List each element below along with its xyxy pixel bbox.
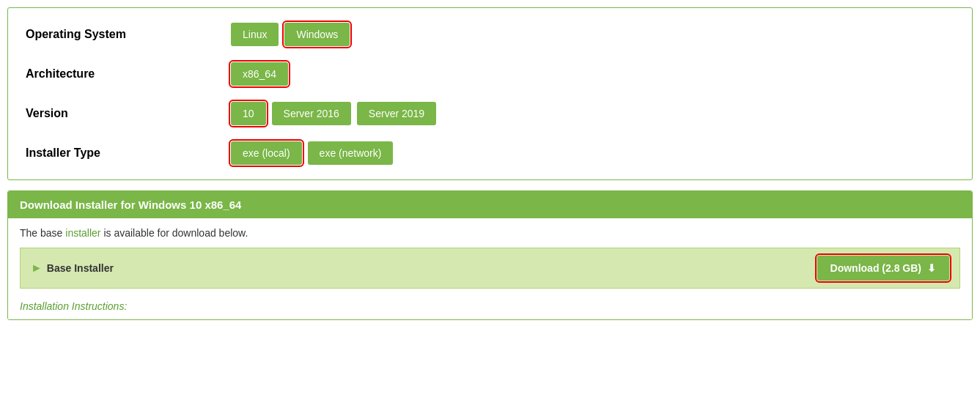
version-10-btn[interactable]: 10 — [231, 102, 266, 125]
os-options: Linux Windows — [231, 23, 350, 46]
instructions-row: Installation Instructions: — [20, 297, 960, 319]
download-section: Download Installer for Windows 10 x86_64… — [7, 190, 973, 320]
installer-link[interactable]: installer — [65, 227, 100, 239]
arch-options: x86_64 — [231, 62, 288, 86]
download-icon: ⬇ — [927, 262, 936, 274]
info-suffix: is available for download below. — [101, 227, 248, 239]
installer-type-row: Installer Type exe (local) exe (network) — [26, 141, 954, 165]
base-installer-row: ► Base Installer Download (2.8 GB) ⬇ — [20, 248, 960, 289]
os-label: Operating System — [26, 28, 231, 41]
version-server2016-btn[interactable]: Server 2016 — [272, 102, 351, 125]
instructions-label: Installation Instructions: — [20, 300, 127, 312]
installer-exe-local-btn[interactable]: exe (local) — [231, 141, 302, 165]
info-prefix: The base — [20, 227, 65, 239]
arch-row: Architecture x86_64 — [26, 62, 954, 86]
version-label: Version — [26, 107, 231, 120]
version-server2019-btn[interactable]: Server 2019 — [357, 102, 436, 125]
download-button[interactable]: Download (2.8 GB) ⬇ — [817, 256, 949, 281]
download-body: The base installer is available for down… — [8, 218, 972, 319]
version-options: 10 Server 2016 Server 2019 — [231, 102, 436, 125]
arch-label: Architecture — [26, 67, 231, 81]
expand-icon[interactable]: ► — [31, 262, 43, 275]
os-windows-btn[interactable]: Windows — [284, 23, 350, 46]
base-installer-label-container: ► Base Installer — [31, 262, 114, 275]
installer-exe-network-btn[interactable]: exe (network) — [308, 141, 394, 165]
version-row: Version 10 Server 2016 Server 2019 — [26, 102, 954, 125]
download-header: Download Installer for Windows 10 x86_64 — [8, 191, 972, 218]
download-btn-label: Download (2.8 GB) — [830, 262, 921, 274]
arch-x86-btn[interactable]: x86_64 — [231, 62, 288, 86]
base-installer-label: Base Installer — [47, 262, 114, 274]
installer-type-label: Installer Type — [26, 147, 231, 160]
config-card: Operating System Linux Windows Architect… — [7, 7, 973, 180]
os-linux-btn[interactable]: Linux — [231, 23, 279, 46]
installer-type-options: exe (local) exe (network) — [231, 141, 393, 165]
os-row: Operating System Linux Windows — [26, 23, 954, 46]
download-info: The base installer is available for down… — [20, 227, 960, 239]
